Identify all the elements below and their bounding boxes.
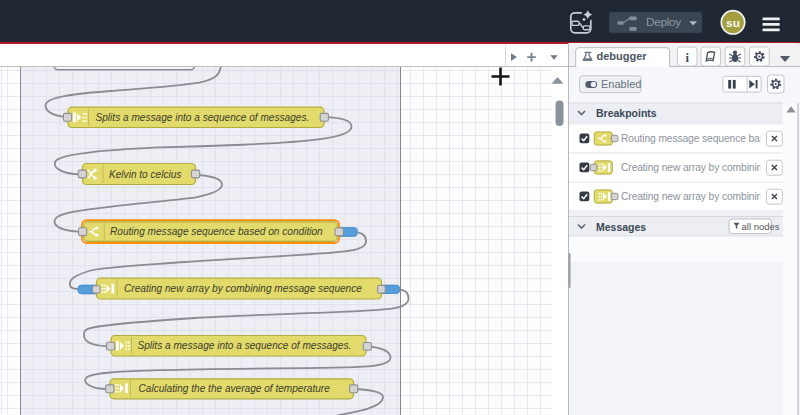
svg-text:i: i	[685, 51, 689, 65]
svg-text:Creating new array by combinin: Creating new array by combining	[621, 162, 768, 173]
svg-text:su: su	[726, 16, 740, 30]
svg-text:Messages: Messages	[596, 221, 646, 233]
svg-text:Enabled: Enabled	[601, 78, 641, 90]
svg-text:debugger: debugger	[597, 50, 648, 62]
svg-text:Creating new array by combinin: Creating new array by combining	[621, 191, 768, 202]
svg-text:Breakpoints: Breakpoints	[596, 107, 657, 119]
svg-text:all nodes: all nodes	[742, 221, 780, 232]
svg-text:Routing message sequence bas: Routing message sequence bas	[621, 133, 765, 144]
svg-text:Deploy: Deploy	[646, 15, 681, 29]
